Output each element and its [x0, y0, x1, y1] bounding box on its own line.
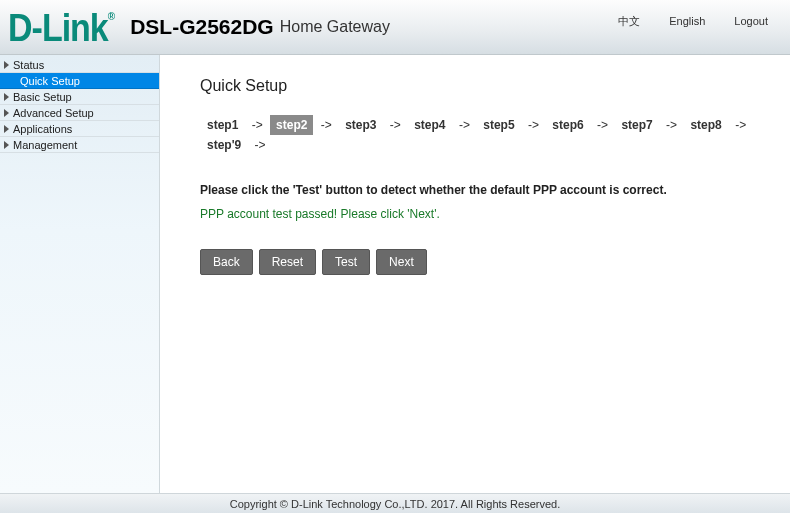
test-button[interactable]: Test — [322, 249, 370, 275]
step-3[interactable]: step3 — [339, 115, 382, 135]
step-9[interactable]: step'9 — [201, 135, 247, 155]
arrow-sep-icon: -> — [459, 118, 470, 132]
body: Status Quick Setup Basic Setup Advanced … — [0, 55, 790, 493]
chevron-right-icon — [4, 125, 9, 133]
sidebar-item-label: Quick Setup — [20, 73, 80, 89]
chevron-right-icon — [4, 109, 9, 117]
sidebar-item-label: Management — [13, 137, 77, 153]
arrow-sep-icon: -> — [597, 118, 608, 132]
arrow-sep-icon: -> — [252, 118, 263, 132]
reset-button[interactable]: Reset — [259, 249, 316, 275]
sidebar-item-label: Status — [13, 57, 44, 73]
arrow-sep-icon: -> — [528, 118, 539, 132]
sidebar-item-label: Basic Setup — [13, 89, 72, 105]
footer: Copyright © D-Link Technology Co.,LTD. 2… — [0, 493, 790, 513]
arrow-sep-icon: -> — [735, 118, 746, 132]
brand-text: D-Link — [8, 5, 108, 49]
sidebar: Status Quick Setup Basic Setup Advanced … — [0, 55, 160, 493]
footer-text: Copyright © D-Link Technology Co.,LTD. 2… — [230, 498, 561, 510]
step-5[interactable]: step5 — [477, 115, 520, 135]
top-links: 中文 English Logout — [592, 14, 768, 29]
instruction-text: Please click the 'Test' button to detect… — [200, 183, 790, 197]
sidebar-item-applications[interactable]: Applications — [0, 121, 159, 137]
sidebar-item-basic-setup[interactable]: Basic Setup — [0, 89, 159, 105]
arrow-sep-icon: -> — [666, 118, 677, 132]
brand-logo: D-Link® — [8, 5, 114, 50]
step-7[interactable]: step7 — [615, 115, 658, 135]
step-1[interactable]: step1 — [201, 115, 244, 135]
brand-reg: ® — [108, 9, 114, 22]
sidebar-item-label: Applications — [13, 121, 72, 137]
result-message: PPP account test passed! Please click 'N… — [200, 207, 790, 221]
back-button[interactable]: Back — [200, 249, 253, 275]
lang-english-link[interactable]: English — [669, 15, 705, 27]
chevron-right-icon — [4, 141, 9, 149]
step-6[interactable]: step6 — [546, 115, 589, 135]
header: D-Link® DSL-G2562DG Home Gateway 中文 Engl… — [0, 0, 790, 55]
arrow-sep-icon: -> — [390, 118, 401, 132]
sidebar-item-status[interactable]: Status — [0, 57, 159, 73]
step-breadcrumb: step1 -> step2 -> step3 -> step4 -> step… — [200, 115, 790, 155]
button-row: Back Reset Test Next — [200, 249, 790, 275]
next-button[interactable]: Next — [376, 249, 427, 275]
model-name: DSL-G2562DG — [130, 15, 274, 39]
step-2[interactable]: step2 — [270, 115, 313, 135]
sidebar-item-management[interactable]: Management — [0, 137, 159, 153]
chevron-right-icon — [4, 93, 9, 101]
sidebar-item-quick-setup[interactable]: Quick Setup — [0, 73, 159, 89]
model-subtitle: Home Gateway — [280, 18, 390, 36]
step-8[interactable]: step8 — [684, 115, 727, 135]
sidebar-item-label: Advanced Setup — [13, 105, 94, 121]
lang-chinese-link[interactable]: 中文 — [618, 15, 640, 27]
step-4[interactable]: step4 — [408, 115, 451, 135]
page-title: Quick Setup — [200, 77, 790, 95]
arrow-sep-icon: -> — [321, 118, 332, 132]
chevron-right-icon — [4, 61, 9, 69]
logout-link[interactable]: Logout — [734, 15, 768, 27]
main-content: Quick Setup step1 -> step2 -> step3 -> s… — [160, 55, 790, 493]
sidebar-item-advanced-setup[interactable]: Advanced Setup — [0, 105, 159, 121]
arrow-sep-icon: -> — [255, 138, 266, 152]
